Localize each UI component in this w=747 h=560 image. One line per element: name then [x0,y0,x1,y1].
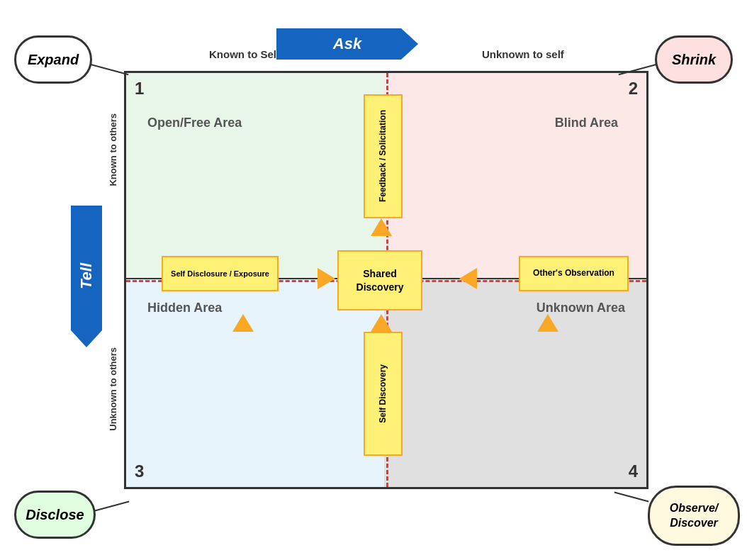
quadrant-4: 4 Unknown Area [384,278,646,487]
feedback-box: Feedback / Solicitation [364,94,403,218]
quadrant-2: 2 Blind Area [384,73,646,282]
quadrant-grid: 1 Open/Free Area 2 Blind Area 3 Hidden A… [124,71,648,489]
self-discovery-label: Self Discovery [378,364,389,423]
known-to-others-label: Known to others [108,113,118,186]
q2-label: Blind Area [555,116,618,130]
self-disclosure-label: Self Disclosure / Exposure [171,269,269,279]
known-to-self-label: Known to Self [209,48,280,60]
ask-label: Ask [333,35,361,53]
tell-arrow: Tell [71,206,102,347]
others-observation-label: Other's Observation [533,268,614,279]
q1-label: Open/Free Area [147,116,242,130]
q3-label: Hidden Area [147,301,222,315]
observe-connector [614,492,649,503]
expand-bubble: Expand [14,35,92,84]
ask-arrow: Ask [276,28,418,60]
self-disclosure-box: Self Disclosure / Exposure [162,256,279,291]
self-discovery-box: Self Discovery [364,332,403,456]
others-observation-box: Other's Observation [519,256,629,291]
q1-number: 1 [135,79,144,99]
observe-bubble: Observe/ Discover [648,486,740,546]
shared-discovery-label: Shared Discovery [339,267,421,293]
observe-label: Observe/ Discover [650,501,738,531]
tell-label: Tell [77,263,96,289]
feedback-label: Feedback / Solicitation [378,110,389,202]
expand-label: Expand [28,52,79,68]
q4-number: 4 [629,461,638,481]
disclose-connector [95,501,130,512]
expand-connector [91,64,129,75]
q3-number: 3 [135,461,144,481]
unknown-to-others-label: Unknown to others [108,347,118,431]
disclose-bubble: Disclose [14,491,96,539]
shrink-bubble: Shrink [655,35,733,84]
unknown-to-self-label: Unknown to self [482,48,564,60]
shared-discovery-box: Shared Discovery [337,250,422,310]
shrink-label: Shrink [672,52,716,68]
q2-number: 2 [629,79,638,99]
disclose-label: Disclose [26,507,84,523]
q4-label: Unknown Area [537,301,625,315]
